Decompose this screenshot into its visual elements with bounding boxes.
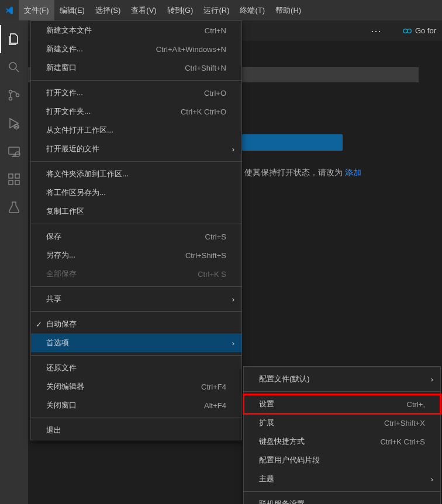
submenu-theme[interactable]: 主题› [244, 470, 440, 488]
svg-point-3 [9, 98, 12, 100]
menu-open-workspace[interactable]: 从文件打开工作区... [31, 121, 241, 140]
titlebar: 文件(F) 编辑(E) 选择(S) 查看(V) 转到(G) 运行(R) 终端(T… [0, 0, 442, 20]
chevron-right-icon: › [431, 475, 433, 484]
menu-preferences[interactable]: 首选项› [31, 333, 241, 352]
menu-run[interactable]: 运行(R) [198, 0, 234, 20]
menu-separator [31, 355, 241, 356]
go-logo-icon [402, 26, 412, 36]
source-control-icon[interactable] [0, 81, 28, 109]
menu-save-as[interactable]: 另存为...Ctrl+Shift+S [31, 246, 241, 265]
menu-selection[interactable]: 选择(S) [90, 0, 126, 20]
menu-open-file[interactable]: 打开文件...Ctrl+O [31, 84, 241, 102]
menu-separator [31, 224, 241, 224]
remote-explorer-icon[interactable] [0, 137, 28, 165]
menu-file[interactable]: 文件(F) [19, 0, 54, 20]
menu-exit[interactable]: 退出 [31, 421, 241, 440]
menu-separator [31, 80, 241, 81]
svg-point-0 [9, 62, 16, 69]
chevron-right-icon: › [431, 375, 433, 384]
menu-separator [31, 418, 241, 418]
submenu-online-services[interactable]: 联机服务设置 [244, 495, 440, 504]
file-menu-dropdown: 新建文本文件Ctrl+N 新建文件...Ctrl+Alt+Windows+N 新… [30, 20, 242, 440]
menu-help[interactable]: 帮助(H) [270, 0, 306, 20]
svg-rect-8 [9, 147, 19, 154]
svg-point-17 [408, 29, 412, 33]
menu-terminal[interactable]: 终端(T) [234, 0, 270, 20]
menu-add-folder-workspace[interactable]: 将文件夹添加到工作区... [31, 165, 241, 183]
vscode-icon [5, 6, 14, 15]
menu-open-recent[interactable]: 打开最近的文件› [31, 140, 241, 158]
chevron-right-icon: › [232, 339, 234, 347]
run-debug-icon[interactable] [0, 109, 28, 137]
menu-separator [31, 161, 241, 162]
svg-point-4 [16, 94, 19, 97]
svg-rect-13 [9, 180, 13, 185]
menu-new-text-file[interactable]: 新建文本文件Ctrl+N [31, 21, 241, 40]
search-icon[interactable] [0, 53, 28, 81]
menu-separator [31, 286, 241, 287]
chevron-right-icon: › [232, 295, 234, 304]
add-link[interactable]: 添加 [345, 168, 361, 177]
submenu-user-snippets[interactable]: 配置用户代码片段 [244, 451, 440, 470]
svg-rect-14 [15, 180, 19, 185]
menu-close-editor[interactable]: 关闭编辑器Ctrl+F4 [31, 377, 241, 396]
menu-separator [244, 391, 440, 392]
menu-go[interactable]: 转到(G) [162, 0, 199, 20]
submenu-profiles[interactable]: 配置文件(默认)› [244, 370, 440, 388]
go-tab[interactable]: Go for [402, 26, 436, 36]
menu-edit[interactable]: 编辑(E) [54, 0, 90, 20]
menu-open-folder[interactable]: 打开文件夹...Ctrl+K Ctrl+O [31, 102, 241, 121]
menu-new-file[interactable]: 新建文件...Ctrl+Alt+Windows+N [31, 40, 241, 58]
explorer-icon[interactable] [0, 25, 28, 53]
svg-line-1 [16, 69, 19, 72]
menu-duplicate-workspace[interactable]: 复制工作区 [31, 202, 241, 221]
menu-new-window[interactable]: 新建窗口Ctrl+Shift+N [31, 58, 241, 77]
menu-share[interactable]: 共享› [31, 290, 241, 308]
menu-save-workspace-as[interactable]: 将工作区另存为... [31, 183, 241, 202]
preferences-submenu: 配置文件(默认)› 设置Ctrl+, 扩展Ctrl+Shift+X 键盘快捷方式… [243, 366, 441, 504]
menu-close-window[interactable]: 关闭窗口Alt+F4 [31, 396, 241, 415]
menu-view[interactable]: 查看(V) [126, 0, 161, 20]
extensions-icon[interactable] [0, 165, 28, 193]
submenu-settings[interactable]: 设置Ctrl+, [244, 395, 440, 413]
check-icon: ✓ [36, 320, 42, 329]
svg-rect-15 [15, 174, 19, 178]
menu-save-all: 全部保存Ctrl+K S [31, 265, 241, 283]
menu-separator [31, 311, 241, 312]
submenu-keyboard-shortcuts[interactable]: 键盘快捷方式Ctrl+K Ctrl+S [244, 432, 440, 451]
activity-bar [0, 20, 28, 504]
menu-save[interactable]: 保存Ctrl+S [31, 227, 241, 246]
menu-separator [244, 491, 440, 492]
chevron-right-icon: › [232, 145, 234, 154]
menu-revert-file[interactable]: 还原文件 [31, 359, 241, 377]
tab-more-icon[interactable]: ⋯ [371, 25, 381, 37]
menubar: 文件(F) 编辑(E) 选择(S) 查看(V) 转到(G) 运行(R) 终端(T… [19, 0, 306, 20]
menu-auto-save[interactable]: ✓自动保存 [31, 315, 241, 333]
submenu-extensions[interactable]: 扩展Ctrl+Shift+X [244, 413, 440, 432]
svg-rect-12 [9, 174, 13, 178]
testing-icon[interactable] [0, 193, 28, 221]
svg-point-2 [9, 91, 12, 93]
svg-point-16 [403, 29, 408, 33]
